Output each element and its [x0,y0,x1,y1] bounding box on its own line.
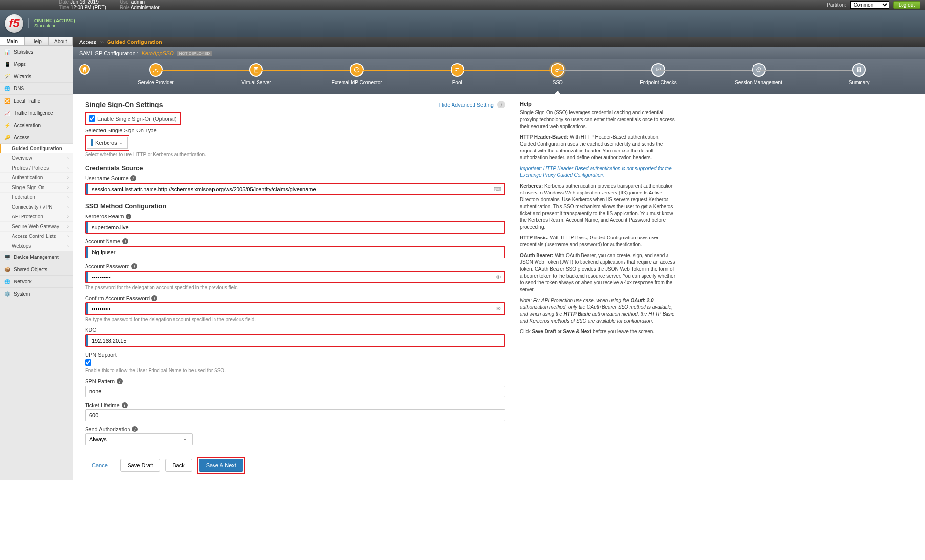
step-home-button[interactable] [79,64,90,75]
enable-sso-checkbox[interactable] [89,115,95,122]
keyboard-icon[interactable]: ⌨ [494,186,501,193]
info-icon[interactable]: i [131,263,137,269]
credentials-title: Credentials Source [85,164,505,172]
info-icon[interactable]: i [132,426,138,432]
blue-tab-icon [86,272,88,282]
time-value: 12:08 PM (PDT) [71,5,106,10]
upn-support-checkbox[interactable] [85,359,91,366]
partition-select[interactable]: Common [850,1,889,9]
chevron-right-icon: › [67,165,69,171]
action-row: Cancel Save Draft Back Save & Next [85,457,505,474]
sso-type-dropdown[interactable]: Kerberos ⌄ [87,137,128,149]
sso-settings-title: Single Sign-On Settings [85,101,181,108]
step-sso[interactable]: SSO [508,63,608,85]
nav-shared-objects[interactable]: 📦Shared Objects [0,263,73,276]
info-icon[interactable]: i [126,214,131,219]
nav-local-traffic[interactable]: 🔀Local Traffic [0,95,73,107]
step-session[interactable]: Session Management [709,63,809,85]
nav-network[interactable]: 🌐Network [0,276,73,288]
send-auth-label: Send Authorization [85,426,130,432]
form-main: Single Sign-On Settings Enable Single Si… [85,101,505,474]
subnav-profiles[interactable]: Profiles / Policies› [0,163,73,173]
tab-help[interactable]: Help [24,37,49,46]
nav-access[interactable]: 🔑Access [0,131,73,144]
subnav-overview[interactable]: Overview› [0,153,73,163]
partition-label: Partition: [827,2,846,8]
config-name: KerbAppSSO [142,50,174,56]
date-value: Jun 16, 2019 [70,0,99,5]
logout-button[interactable]: Log out [893,1,920,9]
tab-main[interactable]: Main [0,37,24,46]
status-block: ONLINE (ACTIVE) Standalone [28,18,75,28]
nav-dns[interactable]: 🌐DNS [0,83,73,95]
blue-tab-icon [86,247,88,258]
breadcrumb: Access ›› Guided Configuration [73,37,925,47]
hide-advanced-link[interactable]: Hide Advanced Setting [439,102,494,108]
account-password-input[interactable] [85,271,505,283]
blue-tab-icon [86,303,88,314]
subnav-swg[interactable]: Secure Web Gateway› [0,222,73,232]
info-icon[interactable]: i [151,295,157,301]
spn-pattern-input[interactable] [85,386,505,397]
subnav-webtops[interactable]: Webtops› [0,241,73,251]
eye-icon[interactable]: 👁 [496,274,501,280]
help-note: Note: For API Protection use case, when … [520,297,676,324]
help-final: Click Save Draft or Save & Next before y… [520,328,676,335]
subnav-acl[interactable]: Access Control Lists› [0,232,73,241]
kdc-input[interactable] [85,334,505,347]
user-value: admin [131,0,145,5]
step-summary[interactable]: Summary [809,63,909,85]
device-icon: 🖥️ [4,254,11,260]
info-icon[interactable]: i [122,402,128,408]
deploy-badge: NOT DEPLOYED [177,51,213,56]
top-bar: Date Jun 16, 2019 Time 12:08 PM (PDT) Us… [0,0,925,10]
info-icon[interactable]: i [497,101,505,108]
kerberos-realm-input[interactable] [85,221,505,234]
info-icon[interactable]: i [122,238,128,244]
ticket-lifetime-input[interactable] [85,409,505,421]
chevron-right-icon: › [67,224,69,229]
info-icon[interactable]: i [117,378,123,384]
subnav-federation[interactable]: Federation› [0,193,73,202]
subnav-authentication[interactable]: Authentication› [0,173,73,183]
save-draft-button[interactable]: Save Draft [120,459,160,472]
confirm-password-input[interactable] [85,302,505,315]
nav-traffic-intel[interactable]: 📈Traffic Intelligence [0,107,73,119]
cancel-button[interactable]: Cancel [85,459,115,471]
nav-acceleration[interactable]: ⚡Acceleration [0,119,73,131]
save-next-button[interactable]: Save & Next [199,459,243,472]
spn-pattern-label: SPN Pattern [85,378,115,384]
nav-system[interactable]: ⚙️System [0,288,73,300]
enable-sso-row[interactable]: Enable Single Sign-On (Optional) [89,115,177,122]
svg-rect-8 [455,68,459,69]
help-p3: Important: HTTP Header-Based authenticat… [520,165,676,179]
nav-wizards[interactable]: 🪄Wizards [0,70,73,83]
eye-icon[interactable]: 👁 [496,306,501,312]
sidebar: Main Help About 📊Statistics 📱iApps 🪄Wiza… [0,37,73,480]
breadcrumb-root[interactable]: Access [79,39,96,45]
config-header: SAML SP Configuration : KerbAppSSO NOT D… [73,47,925,59]
info-icon[interactable]: i [130,175,136,181]
step-endpoint[interactable]: Endpoint Checks [608,63,709,85]
username-source-input[interactable] [85,183,505,195]
step-external-idp[interactable]: PExternal IdP Connector [306,63,407,85]
status-online: ONLINE (ACTIVE) [34,18,75,23]
nav-statistics[interactable]: 📊Statistics [0,46,73,58]
step-virtual-server[interactable]: Virtual Server [206,63,307,85]
subnav-api-protection[interactable]: API Protection› [0,212,73,222]
tab-about[interactable]: About [48,37,73,46]
subnav-guided-config[interactable]: Guided Configuration [0,144,73,153]
step-pool[interactable]: Pool [407,63,508,85]
nav-device-mgmt[interactable]: 🖥️Device Management [0,251,73,263]
chevron-right-icon: › [67,204,69,210]
nav-iapps[interactable]: 📱iApps [0,58,73,70]
send-auth-select[interactable]: Always [85,433,193,445]
subnav-sso[interactable]: Single Sign-On› [0,183,73,193]
chevron-right-icon: › [67,243,69,249]
account-name-input[interactable] [85,246,505,258]
back-button[interactable]: Back [165,459,192,472]
subnav-connectivity[interactable]: Connectivity / VPN› [0,202,73,212]
help-p4: Kerberos: Kerberos authentication provid… [520,183,676,231]
step-service-provider[interactable]: Service Provider [106,63,206,85]
top-info-group: Date Jun 16, 2019 Time 12:08 PM (PDT) Us… [59,0,160,10]
